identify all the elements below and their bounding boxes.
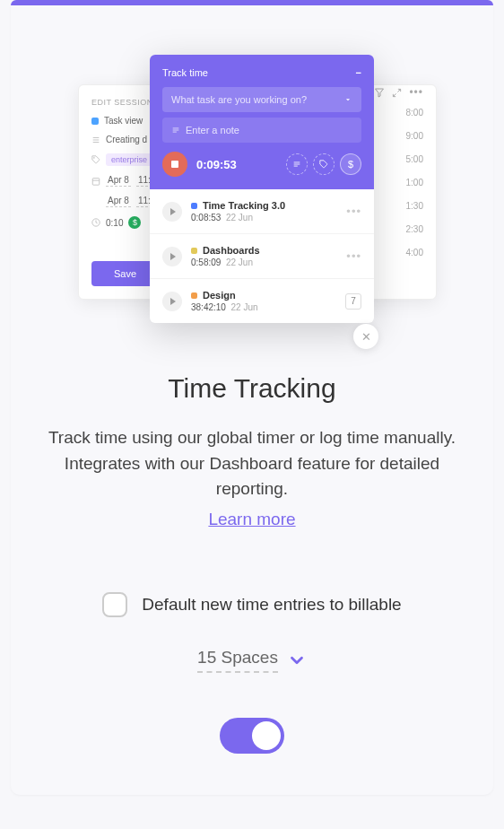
play-icon[interactable] xyxy=(162,247,182,266)
elapsed-time: 0:09:53 xyxy=(196,158,237,171)
billable-checkbox[interactable] xyxy=(102,592,127,617)
date-1[interactable]: Apr 8 xyxy=(106,175,131,187)
time-entry[interactable]: Dashboards 0:58:09 22 Jun ••• xyxy=(150,234,374,279)
close-icon[interactable]: ✕ xyxy=(353,324,378,349)
tag-value: enterprise xyxy=(106,153,152,166)
track-time-panel: Track time − What task are you working o… xyxy=(150,55,374,323)
duration: 0:10 xyxy=(106,218,123,228)
svg-marker-0 xyxy=(376,89,384,97)
task-placeholder: What task are you working on? xyxy=(171,94,307,105)
entry-menu-icon[interactable]: ••• xyxy=(346,249,361,263)
learn-more-link[interactable]: Learn more xyxy=(208,510,295,528)
page-description: Track time using our global timer or log… xyxy=(47,425,457,502)
note-placeholder: Enter a note xyxy=(186,125,239,135)
spaces-value: 15 Spaces xyxy=(197,648,278,673)
time-entry[interactable]: Time Tracking 3.0 0:08:53 22 Jun ••• xyxy=(150,189,374,234)
task-color-icon xyxy=(91,118,99,125)
filter-icon[interactable] xyxy=(374,87,385,98)
minimize-icon[interactable]: − xyxy=(356,67,361,78)
task-name: Task view xyxy=(104,116,143,126)
desc-text: Creating d xyxy=(106,135,147,144)
entry-count-badge: 7 xyxy=(345,293,361,310)
time-column: 8:00 9:00 5:00 1:00 1:30 2:30 4:00 xyxy=(406,101,423,265)
billable-icon[interactable]: $ xyxy=(128,216,141,229)
play-icon[interactable] xyxy=(162,292,182,311)
track-title: Track time xyxy=(162,67,208,78)
entry-color-icon xyxy=(191,203,197,209)
spaces-dropdown[interactable]: 15 Spaces xyxy=(47,648,457,673)
stop-button[interactable] xyxy=(162,152,187,177)
chevron-down-icon xyxy=(287,650,307,670)
dollar-quick-icon[interactable]: $ xyxy=(340,153,361,175)
entry-color-icon xyxy=(191,248,197,254)
task-input[interactable]: What task are you working on? xyxy=(162,87,361,112)
play-icon[interactable] xyxy=(162,202,182,222)
entry-menu-icon[interactable]: ••• xyxy=(346,205,361,218)
clock-icon xyxy=(91,218,100,227)
date-2[interactable]: Apr 8 xyxy=(106,196,131,207)
billable-label: Default new time entries to billable xyxy=(142,595,401,615)
list-quick-icon[interactable] xyxy=(286,153,308,175)
note-icon xyxy=(171,126,180,135)
feature-toggle[interactable] xyxy=(220,718,284,754)
entry-color-icon xyxy=(191,292,197,299)
expand-icon[interactable] xyxy=(392,88,402,98)
chevron-down-icon xyxy=(343,95,352,104)
panel-toolbar: ••• xyxy=(374,85,423,100)
save-button[interactable]: Save xyxy=(91,261,159,286)
entry-title: Design xyxy=(203,290,236,301)
entry-title: Time Tracking 3.0 xyxy=(203,200,285,211)
entry-title: Dashboards xyxy=(203,245,260,256)
list-icon xyxy=(91,135,100,144)
note-input[interactable]: Enter a note xyxy=(162,118,361,143)
svg-rect-5 xyxy=(92,178,100,185)
time-entry[interactable]: Design 38:42:10 22 Jun 7 xyxy=(150,279,374,323)
tag-quick-icon[interactable] xyxy=(313,153,335,175)
page-title: Time Tracking xyxy=(47,373,457,404)
menu-icon[interactable]: ••• xyxy=(409,86,423,99)
calendar-icon xyxy=(91,177,100,186)
svg-point-4 xyxy=(94,158,95,159)
tag-icon xyxy=(91,155,100,164)
